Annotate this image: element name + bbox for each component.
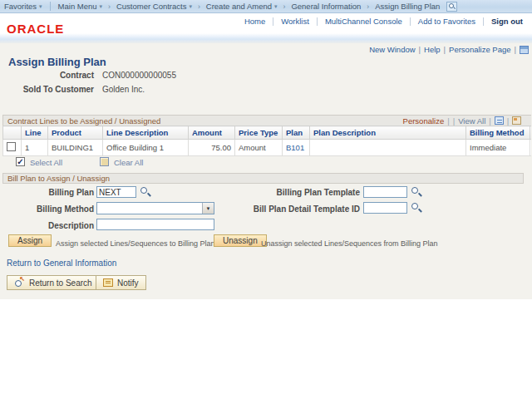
worklist-link[interactable]: Worklist [273,17,317,26]
column-header-price-type[interactable]: Price Type [235,126,283,140]
home-link[interactable]: Home [237,17,273,26]
header-banner: ORACLE Home Worklist MultiChannel Consol… [0,14,532,33]
billing-plan-template-label: Billing Plan Template [244,188,360,197]
help-link[interactable]: Help [424,45,441,54]
return-to-search-button[interactable]: Return to Search [7,275,100,290]
personalize-link[interactable]: Personalize [403,116,445,126]
clear-all-label[interactable]: Clear All [114,158,143,167]
breadcrumb-separator: › [198,2,200,11]
download-grid-icon[interactable] [512,116,521,125]
column-header-plan-description[interactable]: Plan Description [310,126,466,140]
select-all-label[interactable]: Select All [30,158,62,167]
column-header-amount[interactable]: Amount [189,126,235,140]
header-gradient-band [0,33,532,43]
chevron-down-icon: ▾ [274,3,278,9]
sold-to-customer-label: Sold To Customer [0,85,94,94]
cell-line: 1 [22,140,48,156]
cell-plan-description [310,140,466,156]
bill-plan-section-bar: Bill Plan to Assign / Unassign [2,173,524,184]
crumb-label: Customer Contracts [116,2,186,11]
column-header-truncated[interactable]: S [530,126,532,140]
billing-method-label: Billing Method [0,204,94,214]
assign-button[interactable]: Assign [8,234,52,247]
sign-out-link[interactable]: Sign out [484,17,530,26]
crumb-label: General Information [291,2,361,11]
breadcrumb-customer-contracts[interactable]: Customer Contracts ▾ [112,2,196,11]
contract-value: CON000000000055 [102,71,176,80]
column-header-product[interactable]: Product [48,126,103,140]
row-checkbox[interactable] [7,142,16,151]
clear-all-checkbox[interactable] [100,157,109,166]
billing-plan-label: Billing Plan [0,188,94,197]
chevron-down-icon: ▾ [39,3,42,9]
bill-plan-detail-template-lookup-icon[interactable] [411,203,422,214]
divider: | [444,45,446,54]
contract-label: Contract [0,71,94,80]
unassign-hint: Unassign selected Lines/Sequences from B… [261,239,438,248]
table-row: 1 BUILDING1 Office Building 1 75.00 Amou… [3,140,532,156]
description-input[interactable] [96,219,214,230]
sold-to-customer-value: Golden Inc. [102,85,145,94]
contract-lines-grid: Contract Lines to be Assigned / Unassign… [2,115,531,156]
cell-price-type: Amount [235,140,283,156]
billing-plan-template-lookup-icon[interactable] [411,187,422,198]
chevron-down-icon: ▾ [189,3,192,9]
crumb-label: Create and Amend [206,2,272,11]
bill-plan-section-title: Bill Plan to Assign / Unassign [7,174,110,183]
grid-controls: Personalize | | View All | | F [403,116,531,126]
plan-link[interactable]: B101 [286,143,304,152]
multichannel-console-link[interactable]: MultiChannel Console [318,17,410,26]
select-all-checkbox[interactable] [16,157,25,166]
breadcrumb-create-and-amend[interactable]: Create and Amend ▾ [202,2,282,11]
breadcrumb-search-icon[interactable] [446,2,457,12]
select-column-header [3,126,22,140]
cell-product: BUILDING1 [48,140,103,156]
breadcrumb-assign-billing-plan[interactable]: Assign Billing Plan [371,2,444,11]
favorites-label: Favorites [4,2,37,11]
billing-method-select[interactable]: ▼ [96,202,214,214]
view-all-link[interactable]: View All [458,116,485,126]
window-layout-icon[interactable] [520,46,529,54]
cell-line-description: Office Building 1 [103,140,189,156]
divider: | [507,116,509,126]
breadcrumb-general-information[interactable]: General Information [287,2,365,11]
breadcrumb-bar: Favorites ▾ Main Menu ▾ › Customer Contr… [0,0,532,13]
column-header-billing-method[interactable]: Billing Method [466,126,530,140]
billing-plan-template-input[interactable] [363,186,407,198]
notify-button[interactable]: Notify [96,275,146,290]
bill-plan-detail-template-label: Bill Plan Detail Template ID [244,204,360,214]
magnifier-icon [449,3,456,10]
divider: | [447,116,449,126]
cell-status-truncated: In [530,140,532,156]
divider [50,2,51,11]
billing-plan-lookup-icon[interactable] [140,187,151,198]
cell-billing-method: Immediate [466,140,530,156]
main-menu-label: Main Menu [58,2,97,11]
personalize-page-link[interactable]: Personalize Page [449,45,510,54]
divider: | [419,45,421,54]
page-content: New Window | Help | Personalize Page | A… [0,43,532,299]
chevron-down-icon: ▾ [100,3,103,9]
column-header-line-description[interactable]: Line Description [103,126,189,140]
bill-plan-detail-template-input[interactable] [363,202,407,214]
new-window-link[interactable]: New Window [369,45,415,54]
column-header-plan[interactable]: Plan [283,126,310,140]
grid-popout-icon[interactable] [495,116,504,125]
header-links: Home Worklist MultiChannel Console Add t… [237,16,530,27]
favorites-menu[interactable]: Favorites ▾ [0,2,47,11]
add-to-favorites-link[interactable]: Add to Favorites [411,17,483,26]
divider: | [515,45,516,54]
grid-title-bar: Contract Lines to be Assigned / Unassign… [2,115,531,126]
divider: | [489,116,490,126]
breadcrumb-separator: › [108,2,111,11]
column-header-line[interactable]: Line [22,126,48,140]
contract-lines-table: Line Product Line Description Amount Pri… [2,126,531,156]
unassign-button[interactable]: Unassign [214,234,267,247]
billing-plan-input[interactable] [96,186,136,198]
return-to-search-icon [14,278,25,288]
return-to-general-information-link[interactable]: Return to General Information [7,259,116,268]
page-title: Assign Billing Plan [8,56,106,68]
main-menu[interactable]: Main Menu ▾ [54,2,107,11]
grid-title: Contract Lines to be Assigned / Unassign… [7,116,160,126]
description-label: Description [0,221,94,230]
